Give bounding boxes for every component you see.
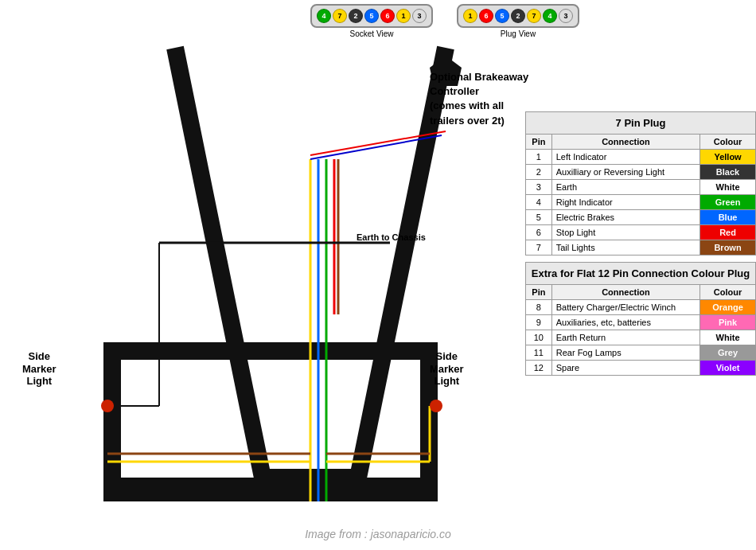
col-colour: Colour bbox=[700, 135, 756, 150]
table-row: 7 Tail Lights Brown bbox=[526, 240, 756, 255]
col-connection: Connection bbox=[551, 135, 699, 150]
connection-name: Right Indicator bbox=[551, 195, 699, 210]
connection-name: Rear Fog Lamps bbox=[551, 345, 699, 361]
table-row: 9 Auxiliaries, etc, batteries Pink bbox=[526, 315, 756, 330]
pin-number: 3 bbox=[526, 180, 552, 195]
side-marker-left-label: SideMarkerLight bbox=[22, 350, 57, 388]
plug-label: Plug View bbox=[501, 29, 536, 38]
connection-name: Stop Light bbox=[551, 225, 699, 240]
connection-name: Battery Charger/Electric Winch bbox=[551, 300, 699, 315]
svg-rect-0 bbox=[103, 478, 438, 501]
svg-rect-3 bbox=[103, 342, 438, 360]
svg-rect-1 bbox=[103, 342, 121, 501]
connection-name: Auxilliary or Reversing Light bbox=[551, 165, 699, 180]
pin-number: 5 bbox=[526, 210, 552, 225]
colour-cell: Violet bbox=[700, 361, 756, 376]
table-row: 3 Earth White bbox=[526, 180, 756, 195]
seven-pin-table: 7 Pin Plug Pin Connection Colour 1 Left … bbox=[525, 111, 756, 255]
table-row: 2 Auxilliary or Reversing Light Black bbox=[526, 165, 756, 180]
connection-name: Auxiliaries, etc, batteries bbox=[551, 315, 699, 330]
right-panel: 7 Pin Plug Pin Connection Colour 1 Left … bbox=[525, 111, 756, 382]
connection-name: Spare bbox=[551, 361, 699, 376]
colour-cell: Black bbox=[700, 165, 756, 180]
svg-point-21 bbox=[430, 400, 442, 412]
svg-point-20 bbox=[101, 400, 114, 412]
optional-controller-label: Optional Brakeaway Controller(comes with… bbox=[430, 70, 533, 128]
table-row: 4 Right Indicator Green bbox=[526, 195, 756, 210]
table-row: 10 Earth Return White bbox=[526, 330, 756, 345]
pin-number: 12 bbox=[526, 361, 552, 376]
connection-name: Earth bbox=[551, 180, 699, 195]
plug-connector: 1 6 5 2 7 4 3 Plug View bbox=[457, 4, 579, 38]
colour-cell: Grey bbox=[700, 345, 756, 361]
colour-cell: Green bbox=[700, 195, 756, 210]
pin-number: 7 bbox=[526, 240, 552, 255]
table-row: 6 Stop Light Red bbox=[526, 225, 756, 240]
side-marker-right-label: SideMarkerLight bbox=[430, 350, 464, 388]
twelve-pin-table: Extra for Flat 12 Pin Connection Colour … bbox=[525, 262, 756, 376]
pin-number: 4 bbox=[526, 195, 552, 210]
col-connection-12: Connection bbox=[551, 285, 699, 300]
twelve-pin-table-caption: Extra for Flat 12 Pin Connection Colour … bbox=[525, 262, 756, 284]
table-row: 12 Spare Violet bbox=[526, 361, 756, 376]
watermark: Image from : jasonaparicio.co bbox=[305, 528, 451, 540]
pin-number: 10 bbox=[526, 330, 552, 345]
connection-name: Electric Brakes bbox=[551, 210, 699, 225]
pin-number: 2 bbox=[526, 165, 552, 180]
seven-pin-table-caption: 7 Pin Plug bbox=[525, 111, 756, 134]
pin-number: 1 bbox=[526, 150, 552, 165]
pin-number: 8 bbox=[526, 300, 552, 315]
colour-cell: White bbox=[700, 180, 756, 195]
pin-number: 9 bbox=[526, 315, 552, 330]
colour-cell: Orange bbox=[700, 300, 756, 315]
table-row: 11 Rear Fog Lamps Grey bbox=[526, 345, 756, 361]
col-pin: Pin bbox=[526, 135, 552, 150]
socket-label: Socket View bbox=[350, 29, 394, 38]
pin-number: 11 bbox=[526, 345, 552, 361]
colour-cell: Pink bbox=[700, 315, 756, 330]
table-row: 1 Left Indicator Yellow bbox=[526, 150, 756, 165]
connection-name: Tail Lights bbox=[551, 240, 699, 255]
table-row: 8 Battery Charger/Electric Winch Orange bbox=[526, 300, 756, 315]
table-row: 5 Electric Brakes Blue bbox=[526, 210, 756, 225]
colour-cell: Yellow bbox=[700, 150, 756, 165]
colour-cell: White bbox=[700, 330, 756, 345]
colour-cell: Red bbox=[700, 225, 756, 240]
diagram-area: Earth to Chassis SideMarkerLight SideMar… bbox=[0, 0, 533, 550]
pin-number: 6 bbox=[526, 225, 552, 240]
earth-chassis-label: Earth to Chassis bbox=[357, 232, 426, 242]
connection-name: Earth Return bbox=[551, 330, 699, 345]
col-colour-12: Colour bbox=[700, 285, 756, 300]
col-pin-12: Pin bbox=[526, 285, 552, 300]
connection-name: Left Indicator bbox=[551, 150, 699, 165]
colour-cell: Brown bbox=[700, 240, 756, 255]
colour-cell: Blue bbox=[700, 210, 756, 225]
socket-connector: 4 7 2 5 6 1 3 Socket View bbox=[310, 4, 433, 38]
